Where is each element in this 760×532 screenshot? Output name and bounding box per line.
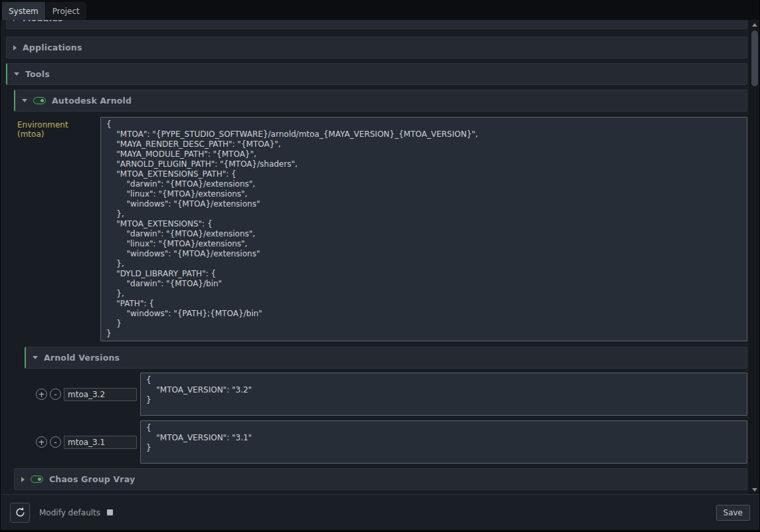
vray-enabled-toggle-icon[interactable] xyxy=(31,476,43,483)
modify-defaults-checkbox[interactable] xyxy=(107,509,113,515)
scroll-down-arrow-icon xyxy=(752,488,757,491)
environment-json-editor[interactable]: { "MTOA": "{PYPE_STUDIO_SOFTWARE}/arnold… xyxy=(100,117,747,341)
toggle-knob xyxy=(41,99,44,102)
tab-project[interactable]: Project xyxy=(46,2,86,20)
section-header-arnold-versions[interactable]: Arnold Versions xyxy=(25,347,747,369)
tab-project-label: Project xyxy=(52,7,80,16)
remove-version-button[interactable]: - xyxy=(50,389,61,400)
section-header-vray[interactable]: Chaos Group Vray xyxy=(14,468,747,490)
scroll-up-button[interactable] xyxy=(750,20,759,29)
section-header-applications[interactable]: Applications xyxy=(6,37,747,58)
version-row: + - { "MTOA_VERSION": "3.1" } xyxy=(25,420,747,464)
arnold-versions-title: Arnold Versions xyxy=(44,353,120,363)
environment-row: Environment (mtoa) { "MTOA": "{PYPE_STUD… xyxy=(14,117,747,341)
tab-system-label: System xyxy=(9,7,39,16)
tools-content: Autodesk Arnold Environment (mtoa) { "MT… xyxy=(6,90,747,490)
tab-system[interactable]: System xyxy=(2,2,45,20)
settings-scroll-area: Modules Applications Tools Autodesk Arno… xyxy=(1,20,749,494)
refresh-icon xyxy=(15,507,26,518)
modify-defaults-label: Modify defaults xyxy=(39,508,100,517)
footer-bar: Modify defaults Save xyxy=(1,494,759,530)
version-json-editor[interactable]: { "MTOA_VERSION": "3.2" } xyxy=(140,373,747,416)
section-header-tools[interactable]: Tools xyxy=(6,63,747,85)
vertical-scrollbar[interactable] xyxy=(749,20,759,494)
vray-title: Chaos Group Vray xyxy=(49,474,135,484)
add-version-button[interactable]: + xyxy=(36,389,47,400)
collapse-arrow-icon xyxy=(13,45,17,50)
section-modules-title: Modules xyxy=(23,20,62,23)
environment-label: Environment (mtoa) xyxy=(14,117,100,139)
expand-arrow-icon xyxy=(22,99,27,102)
version-key-input[interactable] xyxy=(64,388,137,401)
expand-arrow-icon xyxy=(33,356,38,359)
section-applications-title: Applications xyxy=(23,43,82,52)
scroll-down-button[interactable] xyxy=(750,485,759,494)
tab-bar: System Project xyxy=(1,0,759,20)
add-version-button[interactable]: + xyxy=(36,436,47,448)
section-tools-title: Tools xyxy=(25,69,50,79)
scroll-up-arrow-icon xyxy=(752,23,757,27)
arnold-enabled-toggle-icon[interactable] xyxy=(33,97,46,104)
save-button[interactable]: Save xyxy=(716,505,750,521)
settings-window: System Project Modules Applications Tool… xyxy=(0,0,760,532)
section-header-arnold[interactable]: Autodesk Arnold xyxy=(14,90,747,112)
arnold-versions-section: Arnold Versions + - { "MTOA_VERSION": "3… xyxy=(25,347,747,464)
version-row: + - { "MTOA_VERSION": "3.2" } xyxy=(25,373,747,416)
section-header-modules[interactable]: Modules xyxy=(6,20,747,29)
remove-version-button[interactable]: - xyxy=(50,436,61,448)
collapse-arrow-icon xyxy=(13,20,17,21)
collapse-arrow-icon xyxy=(21,477,25,482)
arnold-title: Autodesk Arnold xyxy=(52,96,132,106)
scrollbar-thumb[interactable] xyxy=(751,31,758,86)
scrollbar-track[interactable] xyxy=(750,29,759,485)
toggle-knob xyxy=(38,478,41,481)
version-json-editor[interactable]: { "MTOA_VERSION": "3.1" } xyxy=(140,420,747,464)
version-row-controls: + - xyxy=(25,388,140,401)
refresh-button[interactable] xyxy=(10,503,30,523)
version-row-controls: + - xyxy=(25,436,140,449)
version-key-input[interactable] xyxy=(64,436,137,449)
expand-arrow-icon xyxy=(14,72,19,76)
